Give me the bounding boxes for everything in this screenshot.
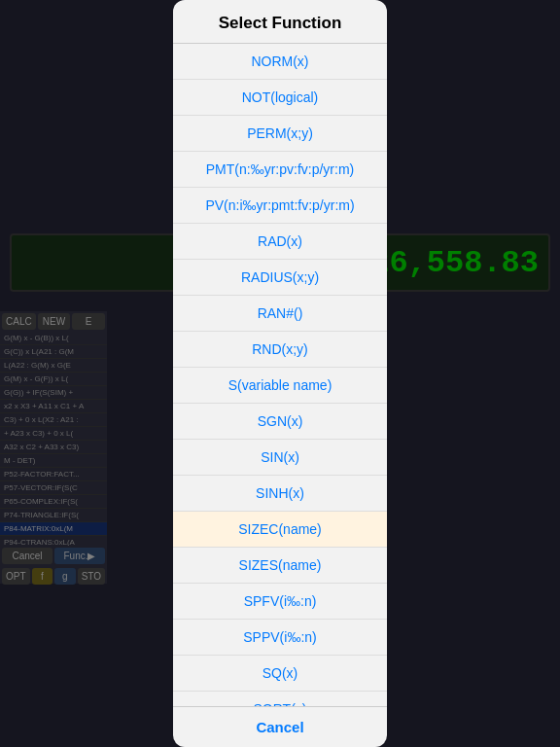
- modal-list-item[interactable]: PV(n:i‰yr:pmt:fv:p/yr:m): [173, 188, 387, 224]
- modal-list-item[interactable]: PMT(n:‰yr:pv:fv:p/yr:m): [173, 152, 387, 188]
- modal-list-item[interactable]: PERM(x;y): [173, 116, 387, 152]
- modal-list-item[interactable]: RND(x;y): [173, 332, 387, 368]
- modal-list-item[interactable]: SGN(x): [173, 404, 387, 440]
- modal-list-item[interactable]: SIN(x): [173, 440, 387, 476]
- modal-title: Select Function: [219, 14, 342, 32]
- modal-list-item[interactable]: NORM(x): [173, 44, 387, 80]
- modal-list-item[interactable]: RADIUS(x;y): [173, 260, 387, 296]
- modal-header: Select Function: [173, 0, 387, 44]
- modal-list-item[interactable]: SINH(x): [173, 476, 387, 512]
- modal-cancel-button[interactable]: Cancel: [173, 706, 387, 747]
- modal-list-item[interactable]: SIZEC(name): [173, 512, 387, 548]
- modal-list-item[interactable]: NOT(logical): [173, 80, 387, 116]
- modal-list-item[interactable]: RAN#(): [173, 296, 387, 332]
- modal-list-item[interactable]: SQ(x): [173, 656, 387, 692]
- modal-list-item[interactable]: RAD(x): [173, 224, 387, 260]
- select-function-modal: Select Function NORM(x)NOT(logical)PERM(…: [173, 0, 387, 747]
- modal-item-list[interactable]: NORM(x)NOT(logical)PERM(x;y)PMT(n:‰yr:pv…: [173, 44, 387, 706]
- modal-list-item[interactable]: SPPV(i‰:n): [173, 620, 387, 656]
- modal-list-item[interactable]: SQRT(x): [173, 692, 387, 706]
- modal-list-item[interactable]: S(variable name): [173, 368, 387, 404]
- modal-list-item[interactable]: SPFV(i‰:n): [173, 584, 387, 620]
- modal-list-item[interactable]: SIZES(name): [173, 548, 387, 584]
